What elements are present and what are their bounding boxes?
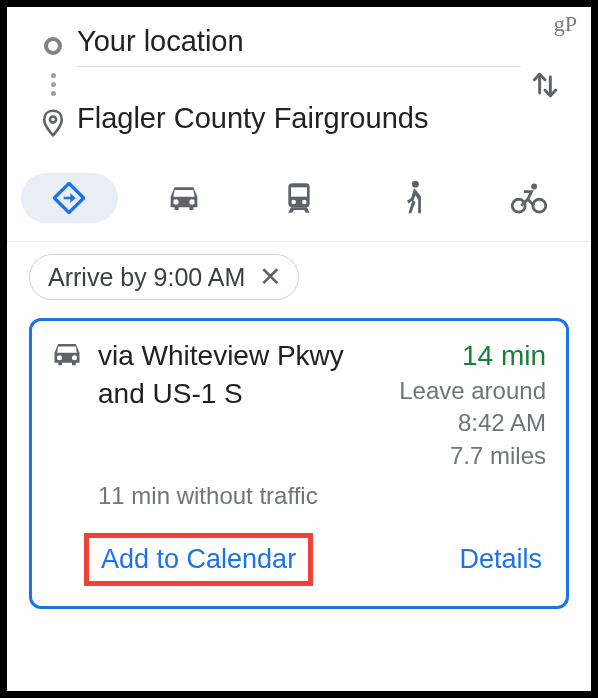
travel-modes — [7, 143, 591, 242]
walk-icon — [402, 180, 426, 216]
mode-walk[interactable] — [365, 173, 462, 223]
pin-icon — [42, 109, 64, 137]
arrive-by-label: Arrive by 9:00 AM — [48, 263, 245, 292]
svg-point-4 — [302, 200, 307, 205]
svg-rect-2 — [291, 187, 307, 196]
arrive-by-chip[interactable]: Arrive by 9:00 AM ✕ — [29, 254, 299, 300]
route-body: via Whiteview Pkwy and US-1 S 14 min Lea… — [98, 337, 546, 586]
svg-point-5 — [412, 181, 419, 188]
route-mode-icon — [52, 337, 82, 586]
origin-marker — [29, 37, 77, 55]
origin-field[interactable]: Your location — [77, 25, 521, 67]
add-to-calendar-button[interactable]: Add to Calendar — [101, 544, 296, 574]
mode-bike[interactable] — [480, 173, 577, 223]
close-icon[interactable]: ✕ — [255, 261, 286, 293]
route-leave-time: 8:42 AM — [399, 407, 546, 439]
route-actions: Add to Calendar Details — [98, 533, 546, 586]
mode-best[interactable] — [21, 173, 118, 223]
svg-point-0 — [50, 116, 56, 122]
swap-icon — [529, 69, 561, 101]
mode-drive[interactable] — [136, 173, 233, 223]
filter-row: Arrive by 9:00 AM ✕ — [7, 242, 591, 312]
car-icon — [168, 184, 200, 212]
route-distance: 7.7 miles — [399, 440, 546, 472]
transit-icon — [284, 182, 314, 214]
bike-icon — [511, 182, 547, 214]
connector-dots — [29, 67, 77, 102]
circle-icon — [44, 37, 62, 55]
svg-point-3 — [291, 200, 296, 205]
waypoint-connector-row — [29, 67, 569, 102]
car-icon — [52, 341, 82, 367]
route-duration: 14 min — [399, 337, 546, 375]
svg-point-7 — [532, 199, 545, 212]
directions-inputs: Your location Flagler County Fairgrounds — [7, 7, 591, 143]
route-card[interactable]: via Whiteview Pkwy and US-1 S 14 min Lea… — [29, 318, 569, 609]
destination-marker — [29, 109, 77, 137]
destination-field[interactable]: Flagler County Fairgrounds — [77, 102, 521, 143]
mode-transit[interactable] — [251, 173, 348, 223]
origin-row[interactable]: Your location — [29, 25, 569, 67]
watermark-text: gP — [554, 11, 577, 37]
directions-icon — [53, 182, 85, 214]
add-to-calendar-highlight: Add to Calendar — [84, 533, 313, 586]
route-via: via Whiteview Pkwy and US-1 S — [98, 337, 389, 472]
route-meta: 14 min Leave around 8:42 AM 7.7 miles — [399, 337, 546, 472]
swap-button[interactable] — [521, 69, 569, 101]
details-button[interactable]: Details — [459, 544, 542, 574]
destination-row[interactable]: Flagler County Fairgrounds — [29, 102, 569, 143]
route-without-traffic: 11 min without traffic — [98, 480, 546, 511]
route-leave-label: Leave around — [399, 375, 546, 407]
svg-point-8 — [531, 183, 537, 189]
